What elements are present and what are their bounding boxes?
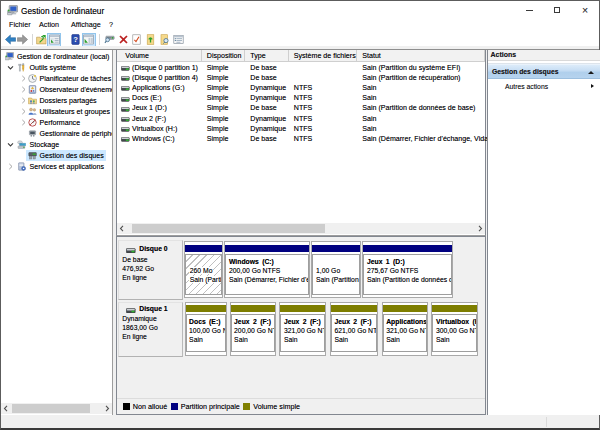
scroll-thumb[interactable] — [12, 404, 90, 413]
tree-expander-collapsed-icon[interactable] — [20, 119, 27, 126]
tree-item-gestionnaire-de-p-riph[interactable]: Gestionnaire de périphé — [1, 128, 112, 139]
console-tree-button[interactable] — [47, 33, 61, 47]
menu-item-help[interactable]: ? — [109, 20, 113, 29]
tree-item-services-et-applications[interactable]: Services et applications — [1, 161, 112, 172]
tree-item-dossiers-partag-s[interactable]: Dossiers partagés — [1, 95, 112, 106]
column-header-statut[interactable]: Statut — [357, 50, 485, 62]
cell-type: Dynamique — [245, 124, 289, 134]
partition-virtualbox-h[interactable]: Virtualbox (H:)300,00 Go NTFSSain — [431, 302, 478, 356]
volume-row-7[interactable]: Virtualbox (H:)SimpleDynamiqueNTFSSain — [117, 124, 485, 134]
tree-item-utilisateurs-et-groupes-l[interactable]: Utilisateurs et groupes l — [1, 106, 112, 117]
more-actions-label: Autres actions — [505, 83, 548, 90]
partition-docs-e[interactable]: Docs (E:)100,00 Go NTFSSain — [185, 302, 228, 356]
partition-jeux-1-d[interactable]: Jeux 1 (D:)275,67 Go NTFSSain (Partition… — [362, 241, 453, 299]
tree-item-planificateur-de-t-ches[interactable]: Planificateur de tâches — [1, 73, 112, 84]
tree-expander-collapsed-icon[interactable] — [20, 86, 27, 93]
volume-row-6[interactable]: Jeux 2 (F:)SimpleDynamiqueNTFSSain — [117, 114, 485, 124]
partition-body: Jeux 2 (F:)321,00 Go NTFSSain — [280, 314, 325, 353]
menu-item-action[interactable]: Action — [39, 20, 59, 29]
disk-label-disque-1[interactable]: Disque 1Dynamique1863,00 GoEn ligne — [118, 302, 183, 358]
rescan-disks-button[interactable] — [103, 33, 117, 47]
volume-row-1[interactable]: (Disque 0 partition 1)SimpleDe baseSain … — [117, 63, 485, 73]
tree-item-performance[interactable]: Performance — [1, 117, 112, 128]
column-header-syst-me-de-fichiers[interactable]: Système de fichiers — [289, 50, 358, 62]
tree-item-observateur-d-v-neme[interactable]: Observateur d'événeme — [1, 84, 112, 95]
partition-1-00-go[interactable]: 1,00 GoSain (Partition de récupération) — [311, 241, 361, 299]
help-button[interactable]: ? — [68, 33, 82, 47]
volume-list-horizontal-scrollbar[interactable] — [117, 223, 485, 234]
actions-item-more-actions[interactable]: Autres actions — [488, 81, 600, 92]
task-check-button[interactable] — [130, 33, 144, 47]
properties-button[interactable] — [172, 33, 186, 47]
folder-up-button[interactable] — [143, 33, 157, 47]
column-header-type[interactable]: Type — [245, 50, 289, 62]
partition-body: Jeux 2 (F:)200,00 Go NTFSSain — [231, 314, 275, 353]
partition-jeux-2-f[interactable]: Jeux 2 (F:)321,00 Go NTFSSain — [279, 302, 326, 356]
volume-row-3[interactable]: Applications (G:)SimpleDynamiqueNTFSSain — [117, 83, 485, 93]
tree-expander-expanded-icon[interactable] — [7, 141, 14, 148]
export-list-icon — [36, 34, 47, 45]
volume-row-8[interactable]: Windows (C:)SimpleDe baseNTFSSain (Démar… — [117, 134, 485, 144]
actions-group-disk-management[interactable]: Gestion des disques — [488, 64, 600, 79]
tree-expander-collapsed-icon[interactable] — [20, 97, 27, 104]
menu-item-affichage[interactable]: Affichage — [71, 20, 101, 29]
volume-row-2[interactable]: (Disque 0 partition 4)SimpleDe baseSain … — [117, 73, 485, 83]
volume-row-5[interactable]: Jeux 1 (D:)SimpleDe baseNTFSSain (Partit… — [117, 103, 485, 113]
scroll-left-button[interactable] — [117, 223, 127, 234]
folder-search-button[interactable] — [158, 33, 172, 47]
show-hide-console-tree-icon — [83, 34, 94, 45]
cell-fs — [289, 63, 358, 73]
scroll-right-button[interactable] — [102, 403, 112, 414]
tree-expander-expanded-icon[interactable] — [7, 64, 14, 71]
tree-item-gestion-des-disques[interactable]: Gestion des disques — [1, 150, 112, 161]
partition-body: 1,00 GoSain (Partition de récupération) — [312, 254, 360, 296]
volume-name-label: Jeux 2 (F:) — [132, 115, 166, 123]
cell-disposition: Simple — [202, 83, 246, 93]
tree-expander-collapsed-icon[interactable] — [20, 108, 27, 115]
cell-type: De base — [245, 134, 289, 144]
cell-disposition: Simple — [202, 63, 246, 73]
tree-item-gestion-de-l-ordinateur-local[interactable]: Gestion de l'ordinateur (local) — [1, 51, 112, 62]
partition-name: Jeux 2 (F:) — [234, 318, 271, 325]
task-check-icon — [131, 34, 142, 45]
volume-name-label: Docs (E:) — [132, 94, 162, 102]
legend-swatch — [123, 403, 130, 410]
volume-row-4[interactable]: Docs (E:)SimpleDynamiqueNTFSSain — [117, 93, 485, 103]
delete-button[interactable] — [116, 33, 130, 47]
partition-size: 321,00 Go NTFS — [386, 327, 427, 334]
volume-icon — [121, 75, 130, 80]
column-header-disposition[interactable]: Disposition — [202, 50, 246, 62]
tree-expander-collapsed-icon[interactable] — [7, 163, 14, 170]
close-button[interactable]: × — [571, 1, 599, 19]
tree-item-stockage[interactable]: Stockage — [1, 139, 112, 150]
show-hide-console-tree-button[interactable] — [82, 33, 96, 47]
tree-expander-collapsed-icon[interactable] — [20, 75, 27, 82]
cell-volume: Docs (E:) — [117, 93, 202, 103]
tree-item-outils-syst-me[interactable]: Outils système — [1, 62, 112, 73]
partition-color-bar — [383, 305, 427, 312]
maximize-button[interactable] — [543, 1, 571, 19]
forward-arrow-button[interactable] — [16, 33, 30, 47]
legend-item-non-allou-: Non alloué — [123, 402, 167, 411]
export-list-button[interactable] — [34, 33, 48, 47]
scroll-left-button[interactable] — [1, 403, 11, 414]
column-header-volume[interactable]: Volume — [117, 50, 202, 62]
tree-item-label: Observateur d'événeme — [40, 86, 114, 94]
cell-type: De base — [245, 103, 289, 113]
console-tree-pane: Gestion de l'ordinateur (local)Outils sy… — [1, 50, 113, 415]
toolbar-separator — [99, 34, 100, 45]
partition-260-mo[interactable]: 260 MoSain (Partition du système EFI) — [184, 241, 223, 299]
minimize-button[interactable] — [515, 1, 543, 19]
tree-horizontal-scrollbar[interactable] — [1, 403, 112, 414]
partition-jeux-2-f[interactable]: Jeux 2 (F:)200,00 Go NTFSSain — [230, 302, 276, 356]
disk-label-disque-0[interactable]: Disque 0De base476,92 GoEn ligne — [118, 240, 183, 300]
cell-volume: (Disque 0 partition 4) — [117, 73, 202, 83]
svg-text:?: ? — [73, 35, 78, 44]
scroll-right-button[interactable] — [475, 223, 485, 234]
partition-jeux-2-f[interactable]: Jeux 2 (F:)621,00 Go NTFSSain — [330, 302, 378, 356]
partition-applications-g[interactable]: Applications (G:)321,00 Go NTFSSain — [382, 302, 428, 356]
scroll-thumb[interactable] — [132, 224, 325, 233]
cell-volume: (Disque 0 partition 1) — [117, 63, 202, 73]
menu-item-fichier[interactable]: Fichier — [9, 20, 31, 29]
partition-windows-c[interactable]: Windows (C:)200,00 Go NTFSSain (Démarrer… — [224, 241, 310, 299]
